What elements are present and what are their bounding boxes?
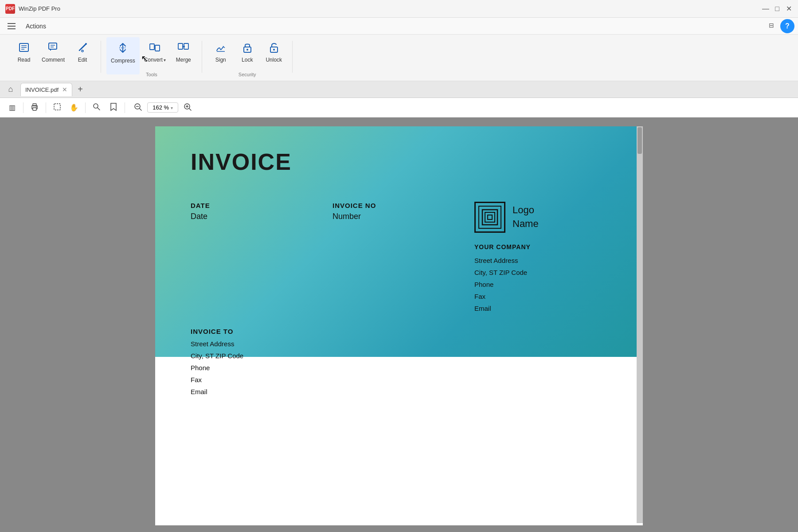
invoice-no-label: INVOICE NO xyxy=(332,202,466,209)
invoice-to-section: INVOICE TO Street Address City, ST ZIP C… xyxy=(191,328,607,398)
compress-icon xyxy=(117,42,129,56)
bill-to-info: Street Address City, ST ZIP Code Phone F… xyxy=(191,338,607,398)
read-label: Read xyxy=(18,57,31,63)
new-tab-button[interactable]: + xyxy=(74,83,86,96)
pan-icon: ✋ xyxy=(70,103,78,112)
unlock-icon xyxy=(268,42,280,55)
print-button[interactable] xyxy=(27,100,42,115)
zoom-level-display[interactable]: 162 % ▾ xyxy=(147,102,178,113)
svg-rect-4 xyxy=(49,43,57,49)
invoice-title: INVOICE xyxy=(191,149,607,175)
date-field: DATE Date xyxy=(191,202,324,314)
comment-button[interactable]: Comment xyxy=(37,37,69,74)
toolbar: Read Comment xyxy=(0,35,798,81)
svg-line-30 xyxy=(98,108,100,110)
zoom-in-button[interactable] xyxy=(180,100,195,115)
unlock-label: Unlock xyxy=(266,57,282,63)
zoom-controls: 162 % ▾ xyxy=(130,100,195,115)
edit-button[interactable]: Edit xyxy=(69,37,96,74)
zoom-out-button[interactable] xyxy=(130,100,145,115)
pdf-area: INVOICE DATE Date INVOICE NO Number xyxy=(0,117,798,532)
logo-area: Logo Name xyxy=(474,202,607,233)
svg-rect-25 xyxy=(33,108,36,110)
sign-label: Sign xyxy=(215,57,226,63)
svg-rect-38 xyxy=(482,210,497,225)
app-icon: PDF xyxy=(5,4,15,14)
app-title: WinZip PDF Pro xyxy=(19,5,60,12)
merge-button[interactable]: Merge xyxy=(170,37,197,74)
minimize-button[interactable]: — xyxy=(762,5,770,13)
toolbar-group-tools: Compress Convert ▾ xyxy=(101,37,202,81)
hamburger-line-1 xyxy=(8,23,16,24)
tools-group-label: Tools xyxy=(101,72,202,77)
menu-bar: Actions ⊟ ? xyxy=(0,18,798,35)
svg-point-23 xyxy=(273,49,275,51)
view-bar: ▥ ✋ xyxy=(0,98,798,117)
title-bar-controls: — □ ✕ xyxy=(762,5,793,13)
merge-icon xyxy=(178,42,189,55)
separator-1 xyxy=(23,102,23,113)
separator-4 xyxy=(125,102,125,113)
merge-label: Merge xyxy=(176,57,191,63)
logo-text: Logo Name xyxy=(512,203,539,231)
svg-rect-13 xyxy=(150,44,154,50)
svg-rect-39 xyxy=(485,212,495,222)
diagonal-cut xyxy=(377,437,643,525)
title-bar-left: PDF WinZip PDF Pro xyxy=(5,4,60,14)
svg-point-27 xyxy=(36,106,37,107)
separator-2 xyxy=(46,102,46,113)
home-button[interactable]: ⌂ xyxy=(3,83,19,96)
lock-label: Lock xyxy=(242,57,253,63)
invoice-tab[interactable]: INVOICE.pdf ✕ xyxy=(20,83,72,96)
pdf-content: INVOICE DATE Date INVOICE NO Number xyxy=(155,126,643,420)
select-tool-button[interactable] xyxy=(50,100,65,115)
compress-button[interactable]: Compress xyxy=(106,37,140,74)
comment-label: Comment xyxy=(42,57,65,63)
title-bar: PDF WinZip PDF Pro — □ ✕ xyxy=(0,0,798,18)
bookmark-icon xyxy=(110,102,117,113)
bookmark-button[interactable] xyxy=(106,100,121,115)
search-button[interactable] xyxy=(89,100,104,115)
tab-label: INVOICE.pdf xyxy=(25,86,59,93)
window-controls-right: ⊟ ? xyxy=(764,19,794,33)
read-button[interactable]: Read xyxy=(11,37,37,74)
search-icon xyxy=(92,102,101,113)
pdf-page: INVOICE DATE Date INVOICE NO Number xyxy=(155,126,643,525)
layout-button[interactable]: ⊟ xyxy=(764,19,778,31)
panel-toggle-button[interactable]: ▥ xyxy=(4,100,20,115)
svg-line-37 xyxy=(189,109,191,110)
date-value: Date xyxy=(191,212,324,221)
hamburger-menu-button[interactable] xyxy=(4,18,20,34)
convert-button[interactable]: Convert ▾ xyxy=(140,37,170,74)
logo-icon xyxy=(474,202,505,233)
convert-icon xyxy=(149,42,160,55)
close-button[interactable]: ✕ xyxy=(785,5,793,13)
invoice-no-field: INVOICE NO Number xyxy=(332,202,466,314)
toolbar-group-security: Sign Lock Unlock Security xyxy=(202,37,293,81)
company-block: Logo Name YOUR COMPANY Street Address Ci… xyxy=(474,202,607,314)
lock-button[interactable]: Lock xyxy=(234,37,261,74)
convert-label: Convert ▾ xyxy=(144,57,166,63)
maximize-button[interactable]: □ xyxy=(773,5,781,13)
edit-label: Edit xyxy=(78,57,87,63)
layout-icon: ⊟ xyxy=(769,22,774,29)
svg-rect-40 xyxy=(488,215,492,219)
svg-rect-28 xyxy=(54,104,60,110)
comment-icon xyxy=(47,42,59,55)
svg-point-7 xyxy=(85,43,87,45)
zoom-out-icon xyxy=(133,102,142,113)
svg-point-18 xyxy=(183,46,185,47)
panel-toggle-icon: ▥ xyxy=(9,103,16,112)
help-button[interactable]: ? xyxy=(780,19,794,33)
read-icon xyxy=(18,42,30,55)
pan-tool-button[interactable]: ✋ xyxy=(66,100,82,115)
invoice-no-value: Number xyxy=(332,212,466,221)
actions-menu-item[interactable]: Actions xyxy=(20,20,52,32)
print-icon xyxy=(30,102,39,113)
unlock-button[interactable]: Unlock xyxy=(261,37,287,74)
zoom-dropdown-arrow: ▾ xyxy=(171,106,173,110)
invoice-to-label: INVOICE TO xyxy=(191,328,607,335)
tab-close-button[interactable]: ✕ xyxy=(62,86,67,93)
sign-button[interactable]: Sign xyxy=(207,37,234,74)
convert-dropdown-arrow: ▾ xyxy=(164,58,166,63)
